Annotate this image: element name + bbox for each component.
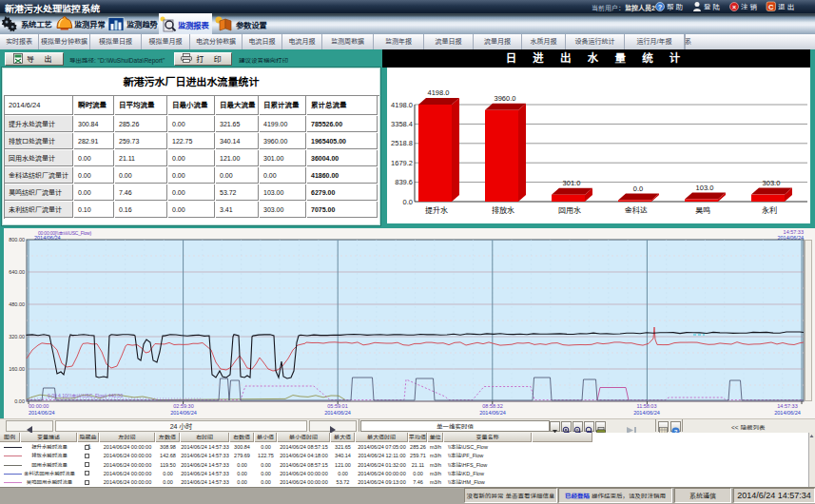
svg-text:0.00 4.10(\\本站\USC_Flow) 4: 0.00 4.10(\\本站\USC_Flow) 440.00 xyxy=(48,393,123,398)
